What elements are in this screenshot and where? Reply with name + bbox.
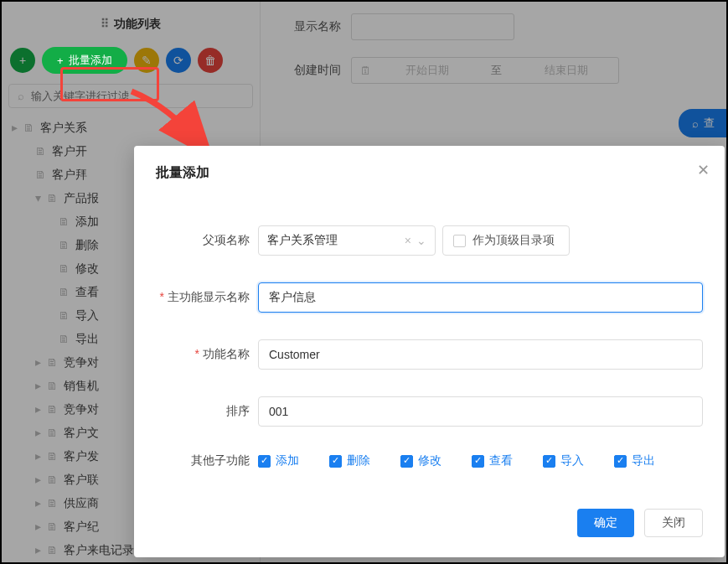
file-icon: 🗎: [47, 473, 59, 486]
file-icon: 🗎: [47, 427, 59, 439]
file-icon: 🗎: [59, 333, 70, 345]
add-button[interactable]: +: [10, 48, 35, 73]
checkbox[interactable]: [258, 455, 271, 468]
filter-label: 创建时间: [274, 63, 341, 78]
child-checkbox-import[interactable]: 导入: [543, 453, 584, 468]
child-checkbox-delete[interactable]: 删除: [329, 453, 370, 468]
collapse-icon[interactable]: ▾: [35, 191, 47, 204]
file-icon: 🗎: [47, 450, 59, 463]
top-dir-checkbox[interactable]: [453, 235, 466, 247]
form-row-parent: 父项名称 客户关系管理 × ⌄ 作为顶级目录项: [156, 225, 703, 256]
file-icon: 🗎: [35, 168, 47, 181]
date-range-input[interactable]: 🗓 开始日期 至 结束日期: [351, 57, 619, 84]
name-input[interactable]: [351, 13, 514, 40]
cancel-button[interactable]: 关闭: [644, 509, 703, 537]
collapse-icon[interactable]: ▸: [35, 355, 47, 369]
clear-icon[interactable]: ×: [405, 234, 411, 247]
child-checkbox-add[interactable]: 添加: [258, 453, 299, 468]
collapse-icon[interactable]: ▸: [35, 473, 47, 486]
form-label: 父项名称: [156, 233, 250, 248]
tree-node[interactable]: ▸🗎客户关系: [8, 116, 253, 140]
file-icon: 🗎: [47, 497, 59, 510]
trash-icon: 🗑: [204, 54, 216, 67]
calendar-icon: 🗓: [360, 65, 371, 77]
collapse-icon[interactable]: ▸: [35, 426, 47, 439]
collapse-icon[interactable]: ▸: [35, 379, 47, 392]
filter-row-date: 创建时间 🗓 开始日期 至 结束日期: [274, 57, 726, 84]
file-icon: 🗎: [47, 192, 59, 204]
file-icon: 🗎: [59, 215, 70, 228]
checkbox[interactable]: [400, 455, 413, 468]
checkbox[interactable]: [472, 455, 484, 468]
delete-button[interactable]: 🗑: [198, 48, 223, 73]
form-label: 其他子功能: [156, 453, 250, 468]
top-dir-label: 作为顶级目录项: [472, 233, 555, 248]
ok-button[interactable]: 确定: [577, 509, 634, 537]
pencil-icon: ✎: [142, 54, 152, 67]
chevron-down-icon: ⌄: [416, 234, 426, 247]
child-checkbox-view[interactable]: 查看: [472, 453, 513, 468]
checkbox[interactable]: [543, 455, 555, 468]
file-icon: 🗎: [59, 262, 70, 275]
close-icon: ✕: [697, 162, 710, 179]
drag-handle-icon: ⠿: [101, 17, 109, 30]
collapse-icon[interactable]: ▸: [35, 543, 47, 556]
tree-search-input[interactable]: [31, 90, 244, 102]
checkbox[interactable]: [614, 455, 627, 468]
file-icon: 🗎: [47, 544, 59, 556]
start-date-placeholder: 开始日期: [383, 63, 471, 78]
filter-label: 显示名称: [274, 19, 341, 34]
refresh-button[interactable]: ⟳: [166, 48, 191, 73]
collapse-icon[interactable]: ▸: [12, 121, 23, 134]
file-icon: 🗎: [59, 309, 70, 322]
top-dir-checkbox-wrap[interactable]: 作为顶级目录项: [442, 225, 570, 256]
file-icon: 🗎: [59, 239, 70, 251]
panel-title: ⠿功能列表: [8, 10, 253, 44]
sort-input[interactable]: [258, 396, 703, 427]
filter-row-name: 显示名称: [274, 13, 726, 40]
plus-icon: +: [19, 54, 26, 67]
file-icon: 🗎: [47, 403, 59, 416]
parent-select-value: 客户关系管理: [267, 233, 338, 248]
main-name-input[interactable]: [258, 282, 703, 313]
tree-search[interactable]: ⌕: [8, 84, 253, 108]
form-row-sort: 排序: [156, 396, 703, 427]
bulk-add-modal: 批量添加 ✕ 父项名称 客户关系管理 × ⌄ 作为顶级目录项 *主功能显示名称 …: [134, 146, 725, 557]
plus-icon: +: [57, 54, 64, 67]
file-icon: 🗎: [59, 286, 70, 298]
func-name-input[interactable]: [258, 339, 703, 370]
end-date-placeholder: 结束日期: [522, 63, 610, 78]
collapse-icon[interactable]: ▸: [35, 496, 47, 510]
modal-footer: 确定 关闭: [156, 509, 703, 537]
date-separator: 至: [491, 63, 502, 78]
form-label: *主功能显示名称: [156, 290, 250, 305]
file-icon: 🗎: [47, 356, 59, 369]
file-icon: 🗎: [47, 380, 59, 392]
form-row-main-name: *主功能显示名称: [156, 282, 703, 313]
collapse-icon[interactable]: ▸: [35, 520, 47, 533]
parent-select[interactable]: 客户关系管理 × ⌄: [258, 225, 436, 256]
bulk-add-button[interactable]: +批量添加: [42, 47, 127, 74]
search-icon: ⌕: [18, 90, 24, 102]
file-icon: 🗎: [35, 145, 47, 158]
child-checkbox-export[interactable]: 导出: [614, 453, 655, 468]
form-row-children: 其他子功能 添加 删除 修改 查看 导入 导出: [156, 453, 703, 468]
close-button[interactable]: ✕: [697, 161, 710, 179]
modal-title: 批量添加: [156, 164, 703, 182]
child-checkbox-edit[interactable]: 修改: [400, 453, 441, 468]
file-icon: 🗎: [23, 122, 35, 134]
form-label: *功能名称: [156, 347, 250, 362]
sidebar-toolbar: + +批量添加 ✎ ⟳ 🗑: [8, 44, 253, 84]
form-row-func-name: *功能名称: [156, 339, 703, 370]
refresh-icon: ⟳: [173, 54, 183, 67]
file-icon: 🗎: [47, 520, 59, 533]
search-button[interactable]: ⌕查: [679, 109, 726, 137]
collapse-icon[interactable]: ▸: [35, 402, 47, 416]
checkbox[interactable]: [329, 455, 342, 468]
search-icon: ⌕: [692, 117, 699, 130]
edit-button[interactable]: ✎: [134, 48, 159, 73]
form-label: 排序: [156, 404, 250, 419]
collapse-icon[interactable]: ▸: [35, 449, 47, 463]
